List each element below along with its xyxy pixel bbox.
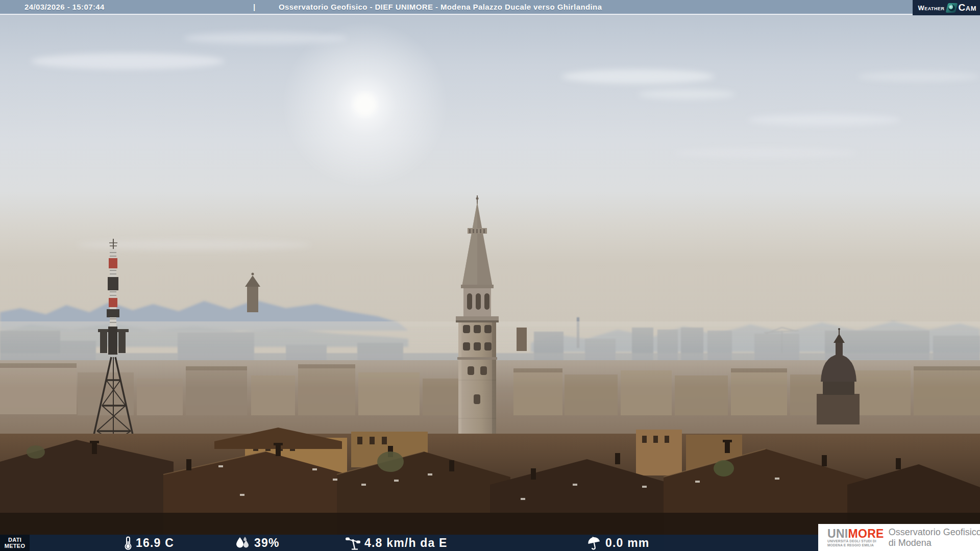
top-info-bar: 24/03/2026 - 15:07:44 | Osservatorio Geo… bbox=[0, 0, 980, 15]
temperature-value: 16.9 C bbox=[136, 536, 174, 550]
weathercam-word1: Weather bbox=[918, 4, 944, 12]
unimore-subtitle-2: MODENA E REGGIO EMILIA bbox=[827, 543, 884, 547]
wind-value: 4.8 km/h da E bbox=[364, 536, 448, 550]
dati-meteo-label: DATI METEO bbox=[0, 535, 30, 551]
unimore-subtitle-1: UNIVERSITÀ DEGLI STUDI DI bbox=[827, 539, 884, 543]
rain-reading: 0.0 mm bbox=[587, 535, 649, 551]
unimore-uni: UNI bbox=[827, 527, 848, 540]
camera-title: Osservatorio Geofisico - DIEF UNIMORE - … bbox=[279, 0, 602, 14]
webcam-page: 24/03/2026 - 15:07:44 | Osservatorio Geo… bbox=[0, 0, 980, 551]
camera-lens-icon bbox=[945, 3, 958, 13]
wind-reading: 4.8 km/h da E bbox=[345, 535, 448, 551]
rain-value: 0.0 mm bbox=[605, 536, 649, 550]
anemometer-icon bbox=[345, 536, 360, 550]
temperature-reading: 16.9 C bbox=[125, 535, 174, 551]
unimore-wordmark: UNIMORE UNIVERSITÀ DEGLI STUDI DI MODENA… bbox=[827, 528, 884, 547]
webcam-photo bbox=[0, 0, 980, 551]
thermometer-icon bbox=[125, 536, 132, 550]
unimore-logo[interactable]: UNIMORE UNIVERSITÀ DEGLI STUDI DI MODENA… bbox=[818, 524, 980, 551]
datetime-text: 24/03/2026 - 15:07:44 bbox=[24, 0, 105, 14]
separator: | bbox=[253, 0, 256, 14]
observatory-name: Osservatorio Geofisico di Modena bbox=[889, 527, 980, 548]
weathercam-word2: Cam bbox=[959, 2, 976, 13]
weathercam-logo[interactable]: Weather Cam bbox=[913, 0, 980, 15]
water-drops-icon bbox=[235, 536, 250, 549]
humidity-value: 39% bbox=[254, 536, 280, 550]
humidity-reading: 39% bbox=[235, 535, 280, 551]
umbrella-icon bbox=[585, 535, 602, 551]
unimore-more: MORE bbox=[848, 527, 884, 540]
